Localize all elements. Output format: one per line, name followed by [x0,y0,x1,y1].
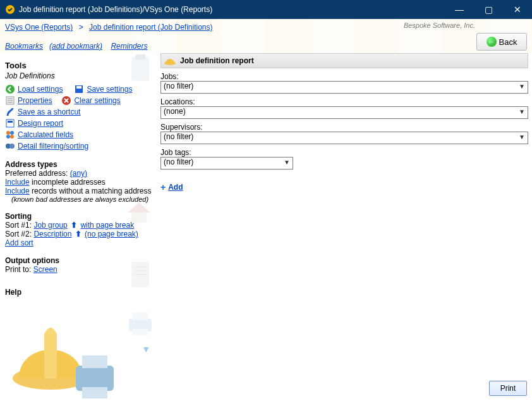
add-label: Add [168,183,183,192]
panel-title-bar: Job definition report [160,53,528,68]
dropdown-arrow-icon: ▼ [517,83,526,92]
bookmarks-link[interactable]: Bookmarks [5,42,43,51]
jobtags-label: Job tags: [160,148,528,157]
add-button[interactable]: + Add [160,182,528,192]
supervisors-label: Supervisors: [160,123,528,132]
sorting-heading: Sorting [5,212,152,221]
jobs-label: Jobs: [160,72,528,81]
jobtags-combo[interactable]: (no filter) ▼ [160,157,293,170]
sort2-break[interactable]: (no page break) [85,230,138,238]
sort2-label: Sort #2: [5,230,32,238]
jobs-combo[interactable]: (no filter) ▼ [160,81,528,94]
svg-rect-31 [82,387,107,398]
properties-link[interactable]: Properties [18,96,52,105]
maximize-button[interactable]: ▢ [474,0,503,19]
sort2-arrow-icon[interactable]: ⬆ [74,230,83,238]
supervisors-combo[interactable]: (no filter) ▼ [160,132,528,144]
print-to-value[interactable]: Screen [33,265,57,274]
detail-filter-link[interactable]: Detail filtering/sorting [18,142,88,151]
include-incomplete-rest: incomplete addresses [32,178,106,187]
jobs-value: (no filter) [164,82,193,90]
pref-addr-value[interactable]: (any) [70,169,87,178]
svg-point-25 [10,135,14,139]
svg-rect-14 [76,86,82,89]
pref-addr-label: Preferred address: [5,169,68,178]
printer-icon [125,310,155,338]
include-incomplete-link[interactable]: Include [5,178,30,187]
sort1-field[interactable]: Job group [33,221,67,230]
load-icon [5,84,15,94]
svg-rect-21 [8,121,13,123]
sort1-label: Sort #1: [5,221,32,230]
locations-value: (none) [164,107,186,116]
design-icon [5,118,15,128]
app-icon [5,4,15,15]
svg-rect-20 [6,120,14,127]
help-heading: Help [5,288,152,297]
dropdown-arrow-icon: ▼ [517,108,526,117]
svg-rect-9 [129,319,152,331]
panel-title: Job definition report [180,56,254,65]
calc-icon [5,130,15,140]
nav-links: Bookmarks (add bookmark) Reminders [5,42,147,51]
svg-point-27 [9,144,15,149]
calculated-fields-link[interactable]: Calculated fields [18,130,73,139]
svg-point-23 [10,131,14,135]
breadcrumb-sep: > [75,23,87,32]
include-nomatch-link[interactable]: Include [5,187,30,195]
svg-point-24 [6,135,10,139]
sidebar: Tools Job Definitions Load settings Save… [0,53,157,401]
design-report-link[interactable]: Design report [18,119,63,128]
clear-settings-link[interactable]: Clear settings [74,96,120,105]
svg-rect-10 [133,312,148,320]
add-sort-link[interactable]: Add sort [5,238,33,247]
include-nomatch-rest: records without a matching address [32,187,151,195]
breadcrumb-leaf[interactable]: Job definition report (Job Definitions) [89,23,212,32]
svg-point-28 [13,367,88,390]
breadcrumb-root[interactable]: VSys One (Reports) [5,23,73,32]
locations-combo[interactable]: (none) ▼ [160,106,528,119]
title-bar: Job definition report (Job Definitions)/… [0,0,532,19]
save-settings-link[interactable]: Save settings [87,85,132,94]
back-label: Back [499,37,517,47]
sort1-break[interactable]: with page break [80,221,134,230]
svg-point-12 [6,85,15,94]
print-to-label: Print to: [5,265,31,274]
svg-point-22 [6,131,10,135]
svg-rect-11 [133,329,148,335]
add-bookmark-link[interactable]: (add bookmark) [49,42,102,51]
minimize-button[interactable]: — [445,0,474,19]
supervisors-value: (no filter) [164,132,193,141]
window-title: Job definition report (Job Definitions)/… [19,5,212,14]
breadcrumb: VSys One (Reports) > Job definition repo… [5,23,213,32]
output-heading: Output options [5,256,152,265]
helmet-printer-illustration [6,315,120,401]
print-button[interactable]: Print [489,381,527,396]
tools-subtitle: Job Definitions [5,71,152,80]
properties-icon [5,96,15,106]
header: VSys One (Reports) > Job definition repo… [0,19,532,53]
help-expand-icon[interactable]: ▼ [142,344,150,354]
panel-title-icon [164,54,176,67]
close-button[interactable]: ✕ [503,0,532,19]
save-shortcut-link[interactable]: Save as a shortcut [18,108,80,116]
tools-heading: Tools [5,61,152,70]
sort2-field[interactable]: Description [33,230,71,238]
sort1-arrow-icon[interactable]: ⬆ [70,221,78,230]
svg-rect-30 [82,355,107,368]
dropdown-arrow-icon: ▼ [517,133,526,142]
locations-label: Locations: [160,97,528,106]
shortcut-icon [5,107,15,117]
clear-icon [61,96,71,106]
save-icon [74,84,84,94]
jobtags-value: (no filter) [164,157,193,166]
brand-label: Bespoke Software, Inc. [404,22,475,29]
svg-marker-3 [128,202,150,213]
plus-icon: + [160,182,166,192]
reminders-link[interactable]: Reminders [111,42,147,51]
load-settings-link[interactable]: Load settings [18,85,63,94]
filter-icon [5,141,15,151]
back-icon: ← [487,37,497,47]
addr-note: (known bad addresses are always excluded… [11,195,152,203]
back-button[interactable]: ← Back [476,33,527,51]
